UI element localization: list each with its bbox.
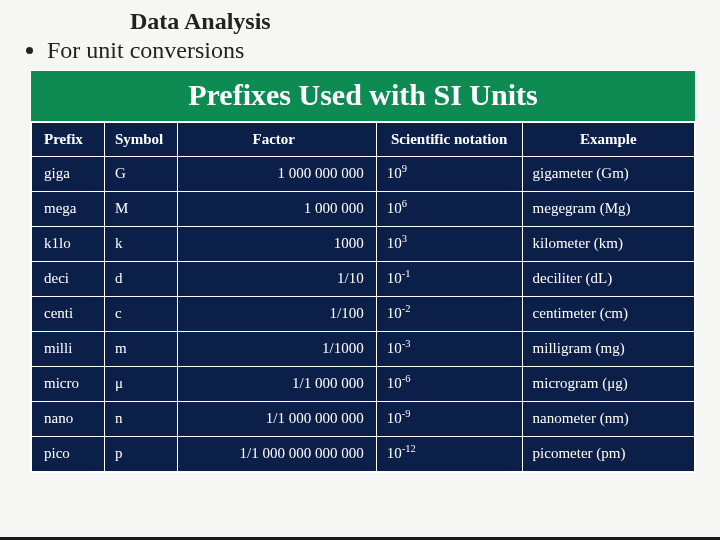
table-row: centic1/10010-2centimeter (cm) [32, 297, 695, 332]
cell-factor: 1 000 000 [177, 192, 376, 227]
cell-example: gigameter (Gm) [522, 157, 694, 192]
table-row: microμ1/1 000 00010-6microgram (μg) [32, 367, 695, 402]
sci-base: 10 [387, 445, 402, 461]
table-row: nanon1/1 000 000 00010-9nanometer (nm) [32, 402, 695, 437]
cell-example: picometer (pm) [522, 437, 694, 472]
cell-symbol: G [104, 157, 177, 192]
cell-scientific-notation: 109 [376, 157, 522, 192]
sci-base: 10 [387, 375, 402, 391]
cell-symbol: c [104, 297, 177, 332]
cell-example: milligram (mg) [522, 332, 694, 367]
sci-base: 10 [387, 305, 402, 321]
cell-prefix: deci [32, 262, 105, 297]
cell-scientific-notation: 10-9 [376, 402, 522, 437]
col-header-symbol: Symbol [104, 123, 177, 157]
cell-scientific-notation: 10-1 [376, 262, 522, 297]
cell-prefix: micro [32, 367, 105, 402]
cell-prefix: mega [32, 192, 105, 227]
cell-factor: 1/1000 [177, 332, 376, 367]
cell-prefix: nano [32, 402, 105, 437]
col-header-prefix: Prefix [32, 123, 105, 157]
col-header-sci: Scientific notation [376, 123, 522, 157]
table-row: gigaG1 000 000 000109gigameter (Gm) [32, 157, 695, 192]
table-row: decid1/1010-1deciliter (dL) [32, 262, 695, 297]
sci-base: 10 [387, 410, 402, 426]
cell-scientific-notation: 10-3 [376, 332, 522, 367]
slide: Data Analysis For unit conversions Prefi… [0, 0, 720, 540]
cell-prefix: pico [32, 437, 105, 472]
cell-scientific-notation: 10-6 [376, 367, 522, 402]
sci-exponent: -12 [402, 443, 416, 454]
sci-exponent: -3 [402, 338, 411, 349]
cell-symbol: d [104, 262, 177, 297]
sci-base: 10 [387, 270, 402, 286]
cell-prefix: giga [32, 157, 105, 192]
sci-exponent: 6 [402, 198, 407, 209]
cell-example: centimeter (cm) [522, 297, 694, 332]
cell-prefix: milli [32, 332, 105, 367]
sci-exponent: -9 [402, 408, 411, 419]
cell-symbol: k [104, 227, 177, 262]
bullet-item: For unit conversions [26, 37, 720, 64]
cell-scientific-notation: 103 [376, 227, 522, 262]
cell-scientific-notation: 10-12 [376, 437, 522, 472]
cell-prefix: centi [32, 297, 105, 332]
table-row: k1lok1000103kilometer (km) [32, 227, 695, 262]
sci-exponent: -1 [402, 268, 411, 279]
sci-base: 10 [387, 200, 402, 216]
cell-example: kilometer (km) [522, 227, 694, 262]
cell-factor: 1000 [177, 227, 376, 262]
sci-exponent: -6 [402, 373, 411, 384]
table-header-row: Prefix Symbol Factor Scientific notation… [32, 123, 695, 157]
cell-symbol: m [104, 332, 177, 367]
bullet-icon [26, 47, 33, 54]
cell-symbol: p [104, 437, 177, 472]
cell-factor: 1 000 000 000 [177, 157, 376, 192]
sci-base: 10 [387, 235, 402, 251]
cell-prefix: k1lo [32, 227, 105, 262]
cell-factor: 1/1 000 000 000 000 [177, 437, 376, 472]
cell-scientific-notation: 10-2 [376, 297, 522, 332]
si-prefixes-table: Prefix Symbol Factor Scientific notation… [31, 122, 695, 472]
cell-factor: 1/1 000 000 [177, 367, 376, 402]
table-row: megaM1 000 000106megegram (Mg) [32, 192, 695, 227]
cell-factor: 1/1 000 000 000 [177, 402, 376, 437]
cell-example: nanometer (nm) [522, 402, 694, 437]
slide-title: Data Analysis [130, 8, 720, 35]
sci-exponent: 9 [402, 163, 407, 174]
bullet-text: For unit conversions [47, 37, 244, 64]
cell-symbol: M [104, 192, 177, 227]
sci-exponent: -2 [402, 303, 411, 314]
cell-symbol: μ [104, 367, 177, 402]
si-prefixes-table-container: Prefixes Used with SI Units Prefix Symbo… [30, 70, 696, 473]
cell-example: deciliter (dL) [522, 262, 694, 297]
col-header-example: Example [522, 123, 694, 157]
table-title: Prefixes Used with SI Units [31, 71, 695, 122]
cell-factor: 1/100 [177, 297, 376, 332]
cell-symbol: n [104, 402, 177, 437]
table-row: picop1/1 000 000 000 00010-12picometer (… [32, 437, 695, 472]
col-header-factor: Factor [177, 123, 376, 157]
sci-exponent: 3 [402, 233, 407, 244]
cell-factor: 1/10 [177, 262, 376, 297]
cell-example: megegram (Mg) [522, 192, 694, 227]
table-row: millim1/100010-3milligram (mg) [32, 332, 695, 367]
cell-example: microgram (μg) [522, 367, 694, 402]
sci-base: 10 [387, 340, 402, 356]
sci-base: 10 [387, 165, 402, 181]
cell-scientific-notation: 106 [376, 192, 522, 227]
